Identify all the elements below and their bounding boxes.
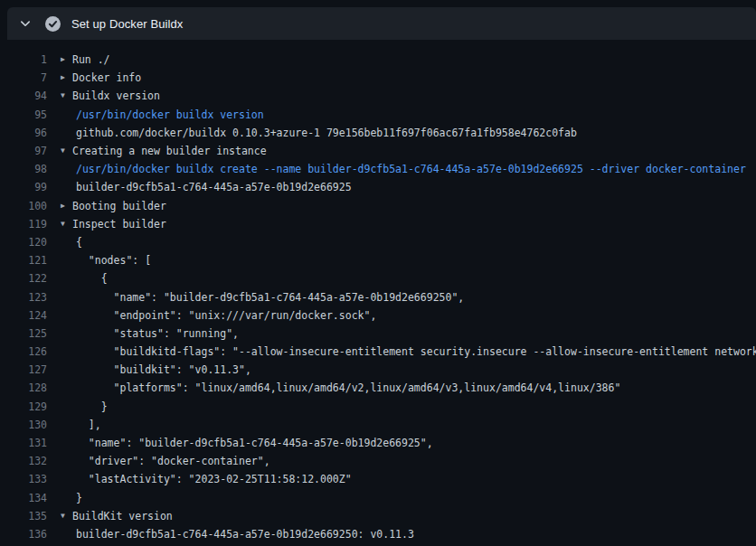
log-line: 96 github.com/docker/buildx 0.10.3+azure… [0, 124, 756, 142]
line-number[interactable]: 129 [0, 400, 47, 413]
line-text: Inspect builder [72, 218, 166, 231]
log-line: 99 builder-d9cfb5a1-c764-445a-a57e-0b19d… [0, 178, 756, 196]
log-group-header[interactable]: 100 ▶ Booting builder [0, 197, 756, 215]
expand-group-icon[interactable]: ▶ [47, 56, 72, 63]
line-number[interactable]: 95 [0, 108, 47, 121]
line-text: { [76, 236, 82, 249]
line-number[interactable]: 1 [0, 53, 47, 66]
collapse-group-icon[interactable]: ▼ [47, 221, 72, 228]
actions-log-viewer: Set up Docker Buildx 1 ▶ Run ./ 7 ▶ Dock… [0, 0, 756, 546]
line-number[interactable]: 134 [0, 492, 47, 504]
log-group-header[interactable]: 97 ▼ Creating a new builder instance [0, 142, 756, 160]
log-line: 129 } [0, 398, 756, 416]
line-text: Booting builder [72, 200, 166, 212]
log-lines: 1 ▶ Run ./ 7 ▶ Docker info 94 ▼ Buildx v… [0, 40, 756, 546]
line-number[interactable]: 97 [0, 145, 47, 157]
log-line: 126 "buildkitd-flags": "--allow-insecure… [0, 343, 756, 361]
line-text: Docker info [72, 71, 141, 84]
line-number[interactable]: 123 [0, 291, 47, 304]
log-line: 128 "platforms": "linux/amd64,linux/amd6… [0, 379, 756, 397]
line-number[interactable]: 135 [0, 510, 47, 522]
line-text: ], [76, 419, 101, 431]
line-number[interactable]: 94 [0, 89, 47, 102]
line-number[interactable]: 128 [0, 381, 47, 394]
line-number[interactable]: 131 [0, 437, 47, 449]
collapse-group-icon[interactable]: ▼ [47, 92, 72, 99]
collapse-group-icon[interactable]: ▼ [47, 513, 72, 520]
line-number[interactable]: 99 [0, 181, 47, 193]
line-text: /usr/bin/docker buildx create --name bui… [76, 163, 746, 175]
line-text: Buildx version [72, 89, 160, 102]
line-number[interactable]: 133 [0, 473, 47, 485]
line-text: { [76, 272, 108, 285]
line-text: "nodes": [ [76, 254, 151, 267]
line-number[interactable]: 100 [0, 200, 47, 212]
check-circle-icon [45, 16, 61, 32]
log-line: 121 "nodes": [ [0, 251, 756, 269]
log-line: 122 { [0, 269, 756, 287]
expand-group-icon[interactable]: ▶ [47, 74, 72, 81]
log-line: 98 /usr/bin/docker buildx create --name … [0, 160, 756, 178]
log-group-header[interactable]: 1 ▶ Run ./ [0, 51, 756, 69]
line-text: "status": "running", [76, 327, 239, 340]
line-number[interactable]: 96 [0, 127, 47, 139]
log-line: 124 "endpoint": "unix:///var/run/docker.… [0, 306, 756, 325]
line-text: "endpoint": "unix:///var/run/docker.sock… [76, 309, 376, 322]
line-text: Creating a new builder instance [72, 145, 267, 157]
line-number[interactable]: 119 [0, 218, 47, 231]
line-text: "buildkit": "v0.11.3", [76, 363, 251, 376]
log-line: 133 "lastActivity": "2023-02-25T11:58:12… [0, 470, 756, 488]
line-text: "lastActivity": "2023-02-25T11:58:12.000… [76, 473, 352, 485]
log-line: 95 /usr/bin/docker buildx version [0, 106, 756, 124]
line-text: builder-d9cfb5a1-c764-445a-a57e-0b19d2e6… [76, 528, 414, 541]
line-number[interactable]: 136 [0, 528, 47, 541]
log-group-header[interactable]: 119 ▼ Inspect builder [0, 215, 756, 233]
line-number[interactable]: 98 [0, 163, 47, 175]
line-number[interactable]: 125 [0, 327, 47, 340]
line-number[interactable]: 127 [0, 363, 47, 376]
step-header[interactable]: Set up Docker Buildx [7, 7, 756, 40]
line-number[interactable]: 124 [0, 309, 47, 322]
log-line: 125 "status": "running", [0, 325, 756, 343]
log-line: 123 "name": "builder-d9cfb5a1-c764-445a-… [0, 287, 756, 306]
log-line: 130 ], [0, 416, 756, 434]
step-title: Set up Docker Buildx [71, 17, 183, 31]
log-line: 131 "name": "builder-d9cfb5a1-c764-445a-… [0, 434, 756, 452]
line-text: "platforms": "linux/amd64,linux/amd64/v2… [76, 381, 620, 394]
line-text: "buildkitd-flags": "--allow-insecure-ent… [76, 345, 756, 358]
log-line: 136 builder-d9cfb5a1-c764-445a-a57e-0b19… [0, 525, 756, 543]
line-number[interactable]: 130 [0, 419, 47, 431]
log-line: 134 } [0, 489, 756, 507]
line-text: /usr/bin/docker buildx version [76, 108, 264, 121]
log-line: 132 "driver": "docker-container", [0, 452, 756, 470]
log-group-header[interactable]: 94 ▼ Buildx version [0, 87, 756, 105]
log-group-header[interactable]: 135 ▼ BuildKit version [0, 507, 756, 525]
line-text: github.com/docker/buildx 0.10.3+azure-1 … [76, 127, 577, 139]
chevron-down-icon[interactable] [18, 16, 33, 31]
log-line: 127 "buildkit": "v0.11.3", [0, 361, 756, 379]
line-text: Run ./ [72, 53, 110, 66]
log-group-header[interactable]: 7 ▶ Docker info [0, 69, 756, 87]
line-number[interactable]: 120 [0, 236, 47, 249]
expand-group-icon[interactable]: ▶ [47, 202, 72, 210]
line-text: } [76, 400, 108, 413]
line-text: } [76, 492, 82, 504]
line-number[interactable]: 132 [0, 455, 47, 467]
line-number[interactable]: 7 [0, 71, 47, 84]
log-line: 120 { [0, 233, 756, 251]
line-text: "name": "builder-d9cfb5a1-c764-445a-a57e… [76, 437, 433, 449]
line-text: "driver": "docker-container", [76, 455, 270, 467]
collapse-group-icon[interactable]: ▼ [47, 147, 72, 155]
line-number[interactable]: 121 [0, 254, 47, 267]
line-number[interactable]: 126 [0, 345, 47, 358]
line-text: "name": "builder-d9cfb5a1-c764-445a-a57e… [76, 291, 464, 304]
line-number[interactable]: 122 [0, 272, 47, 285]
line-text: builder-d9cfb5a1-c764-445a-a57e-0b19d2e6… [76, 181, 352, 193]
line-text: BuildKit version [72, 510, 173, 522]
